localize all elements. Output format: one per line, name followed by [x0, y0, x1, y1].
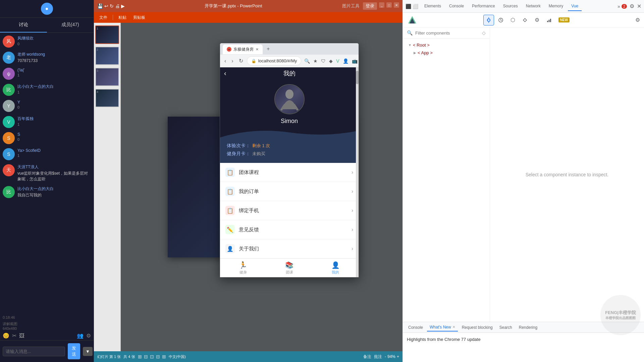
url-bar[interactable]: 🔒 localhost:8080/#/My	[247, 56, 302, 65]
send-button[interactable]: 发送	[68, 343, 80, 359]
ppt-save-icon[interactable]: 💾	[97, 3, 103, 9]
view3-icon[interactable]: ⊟	[156, 354, 160, 359]
ppt-presentation-icon[interactable]: ▶	[121, 3, 125, 9]
browser-toolbar: ‹ › ↻ 🔒 localhost:8080/#/My 🔍 ★ 🛡	[220, 55, 359, 67]
menu-item-group-class[interactable]: 📋 团体课程 ›	[220, 163, 359, 182]
comments-btn[interactable]: 批注	[374, 354, 382, 360]
search-icon[interactable]: 🔍	[303, 57, 311, 65]
extension-icon[interactable]: ◆	[328, 57, 334, 65]
back-button[interactable]: ‹	[223, 57, 228, 65]
chat-username: 比小白大一点的大白	[17, 186, 91, 192]
devtools-close-btn[interactable]: ✕	[637, 3, 641, 9]
tree-item-app[interactable]: ▶ < App >	[411, 49, 487, 57]
menu-item-about[interactable]: 👤 关于我们 ›	[220, 239, 359, 258]
forward-button[interactable]: ›	[230, 57, 235, 65]
tab-performance[interactable]: Performance	[469, 2, 498, 11]
tab-members[interactable]: 成员(47)	[47, 18, 94, 33]
emoji-icon[interactable]: 😊	[3, 333, 9, 339]
undock-icon[interactable]: ⬜	[413, 4, 418, 9]
list-item: 风 风继续吹 0	[3, 36, 91, 48]
menu-item-feedback[interactable]: ✏️ 意见反馈 ›	[220, 220, 359, 239]
slide-thumb-2[interactable]: 2	[95, 47, 119, 65]
dock-icon[interactable]: ⬛	[406, 4, 411, 9]
chromecast-icon[interactable]: 📺	[351, 57, 359, 65]
chat-input[interactable]	[3, 347, 65, 356]
devtools-settings-btn[interactable]: ⚙	[630, 3, 634, 9]
tab-sources[interactable]: Sources	[500, 2, 521, 11]
nav-group[interactable]: 📚 团课	[266, 259, 313, 277]
tree-item-root[interactable]: ▼ < Root >	[406, 41, 487, 49]
footer-right: 备注 批注 - 94% +	[363, 354, 399, 360]
new-tab-button[interactable]: +	[267, 46, 270, 52]
performance-btn[interactable]	[544, 15, 554, 25]
ppt-redo-icon[interactable]: ↻	[110, 3, 114, 9]
view2-icon[interactable]: ⊡	[150, 354, 154, 359]
notes-btn[interactable]: 备注	[363, 354, 371, 360]
component-inspector-btn[interactable]	[483, 15, 494, 25]
slide-thumb-1[interactable]: 1	[95, 25, 119, 44]
search-tab[interactable]: Search	[497, 324, 515, 331]
tab-elements[interactable]: Elements	[421, 2, 444, 11]
ppt-undo-icon[interactable]: ↩	[104, 3, 108, 9]
whats-new-tab[interactable]: What's New ✕	[427, 323, 458, 331]
menu-item-my-orders[interactable]: 📋 我的订单 ›	[220, 182, 359, 201]
request-blocking-tab[interactable]: Request blocking	[459, 324, 495, 331]
menu-item-bind-phone[interactable]: 📋 绑定手机 ›	[220, 201, 359, 220]
slide-thumb-3[interactable]: 3	[95, 68, 119, 86]
filter-input[interactable]	[415, 31, 479, 36]
shield-icon[interactable]: 🛡	[320, 57, 327, 65]
rendering-tab[interactable]: Rendering	[516, 324, 540, 331]
view4-icon[interactable]: ⊞	[162, 354, 166, 359]
history-btn[interactable]	[495, 15, 506, 25]
nav-fitness[interactable]: 🏃 健身	[220, 259, 266, 277]
person-add-icon[interactable]: 👥	[77, 333, 84, 339]
username-text: Simon	[281, 118, 298, 125]
zoom-in-btn[interactable]: +	[397, 354, 399, 359]
vue-devtools-icon[interactable]: V	[335, 57, 340, 65]
ppt-close-btn[interactable]: ✕	[394, 2, 399, 8]
refresh-button[interactable]: ↻	[237, 56, 245, 65]
console-tab[interactable]: Console	[406, 324, 426, 331]
user-icon[interactable]: 👤	[342, 57, 350, 65]
vuex-btn[interactable]: ⬡	[507, 15, 518, 25]
ppt-print-icon[interactable]: 🖨	[115, 3, 120, 9]
browser-tab[interactable]: ● 东极健身房 ✕	[223, 45, 263, 54]
layout-icon[interactable]: ⊞	[138, 354, 142, 359]
image-icon[interactable]: 🖼	[19, 333, 24, 339]
router-btn[interactable]	[520, 15, 530, 25]
scrollbar-thumb[interactable]	[356, 71, 359, 84]
more-tabs-btn[interactable]: »	[618, 4, 620, 9]
ppt-file-btn[interactable]: 文件	[97, 13, 110, 22]
menu-text: 团体课程	[239, 169, 352, 176]
back-button[interactable]: ‹	[224, 69, 226, 77]
nav-mine[interactable]: 👤 我的	[312, 259, 359, 277]
tab-discussion[interactable]: 讨论	[0, 18, 47, 33]
vue-gear-icon[interactable]: ⚙	[635, 17, 640, 23]
tab-memory[interactable]: Memory	[545, 2, 567, 11]
close-icon[interactable]: ✕	[452, 325, 455, 329]
footer-icons: ⊞ ⊟ ⊡ ⊟ ⊞	[138, 354, 166, 359]
scrollbar[interactable]	[356, 67, 359, 278]
ppt-login-btn[interactable]: 登录	[363, 2, 377, 10]
send-more-button[interactable]: ▼	[83, 347, 93, 356]
group-icon: 📚	[285, 261, 293, 269]
slide-thumb-4[interactable]: 4	[95, 89, 119, 107]
ppt-clipboard-btn[interactable]: 剪贴板	[130, 13, 148, 22]
tab-network[interactable]: Network	[523, 2, 544, 11]
tab-vue[interactable]: Vue	[568, 2, 582, 11]
zoom-out-btn[interactable]: -	[385, 354, 386, 359]
settings-icon[interactable]: ⚙	[86, 333, 91, 339]
bookmark-icon[interactable]: ★	[312, 57, 319, 65]
ppt-maximize-btn[interactable]: □	[386, 2, 392, 8]
cut-icon[interactable]: ✂	[12, 333, 16, 339]
vue-devtools-toolbar: ⬡ ⚙ NEW ⚙	[403, 13, 644, 27]
watermark-text: FENG|丰橙学院 丰橙学院出品图图图	[605, 310, 636, 320]
tab-console[interactable]: Console	[446, 2, 467, 11]
vue-devtools-main: 🔍 ◇ ▼ < Root > ▶ < App >	[403, 27, 644, 322]
ppt-minimize-btn[interactable]: _	[379, 2, 384, 8]
target-icon[interactable]: ◇	[482, 30, 486, 36]
browser-tab-close[interactable]: ✕	[256, 47, 259, 52]
view-icon[interactable]: ⊟	[144, 354, 148, 359]
vue-settings-btn[interactable]: ⚙	[532, 15, 542, 25]
ppt-paste-btn[interactable]: 粘贴	[116, 13, 129, 22]
